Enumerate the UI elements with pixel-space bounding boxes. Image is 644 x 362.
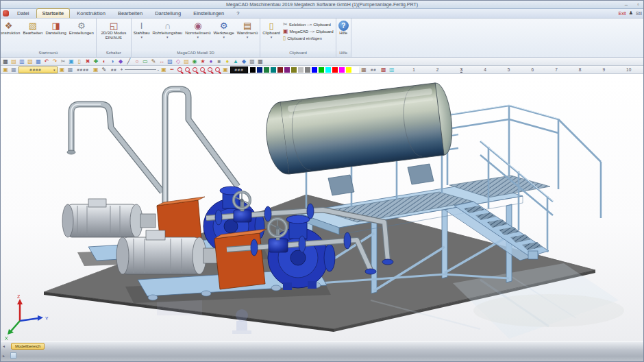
tab-startseite[interactable]: Startseite [36, 8, 71, 18]
view-number-2[interactable]: 2 [436, 67, 439, 73]
tab-datei[interactable]: Datei [12, 9, 35, 18]
cut-icon[interactable]: ✂ [60, 58, 66, 65]
megacad-clipboard-button[interactable]: ▣MegaCAD --> Clipboard [282, 28, 335, 34]
color-swatch-maroon[interactable] [277, 67, 284, 73]
dimension-icon[interactable]: ↔ [158, 58, 165, 65]
tab-konstruktion[interactable]: Konstruktion [71, 9, 111, 18]
new-file-icon[interactable]: ▦ [2, 58, 9, 65]
clipboard-einfuegen-button[interactable]: ▯Clipboard einfügen [282, 35, 335, 41]
print-icon[interactable]: ▦ [35, 58, 42, 65]
explode-icon[interactable]: ★ [199, 58, 206, 65]
layer-folder-icon[interactable]: ▣ [2, 67, 9, 73]
view-number-8[interactable]: 8 [579, 67, 582, 73]
color-swatch-cyan[interactable] [325, 67, 332, 73]
view-number-7[interactable]: 7 [555, 67, 558, 73]
normteilmenu-button[interactable]: ◉Normteilmenü▾ [184, 20, 212, 40]
color-swatch-yellow[interactable] [345, 67, 352, 73]
light-icon[interactable]: ● [224, 58, 231, 65]
tab-einstellungen[interactable]: Einstellungen [188, 9, 230, 18]
vent-piping[interactable] [67, 89, 238, 208]
layer-select[interactable]: ####▾ [18, 67, 58, 73]
render-icon[interactable]: ■ [216, 58, 223, 65]
save-as-icon[interactable]: ▧ [27, 58, 34, 65]
active-color-swatch[interactable]: ### [230, 67, 248, 73]
konstruktion-button[interactable]: ❖Konstruktion [1, 20, 21, 36]
hatch-field[interactable]: ## [369, 68, 379, 72]
clipboard-button[interactable]: ▯Clipboard▾ [261, 20, 282, 40]
camera-icon[interactable]: ▲ [232, 58, 239, 65]
view-number-3[interactable]: 3 [460, 67, 463, 73]
layer-image-icon[interactable]: ▦ [10, 67, 17, 73]
stahlbau-button[interactable]: IStahlbau▾ [132, 20, 151, 40]
view-number-10[interactable]: 10 [626, 67, 631, 73]
color-swatch-red[interactable] [332, 67, 338, 73]
group-folder-icon[interactable]: ▣ [59, 67, 66, 73]
view-number-1[interactable]: 1 [412, 67, 415, 73]
paste-icon[interactable]: ▯ [76, 58, 83, 65]
pen-icon[interactable]: ✎ [101, 67, 108, 73]
maximize-button[interactable]: ▫ [637, 1, 639, 9]
rohrleitungsbau-button[interactable]: ∩Rohrleitungsbau▾ [151, 20, 184, 40]
measure-icon[interactable]: ◇ [175, 58, 182, 65]
undo-icon[interactable]: ↶ [43, 58, 50, 65]
collapse-left-icon[interactable]: ◂ [3, 343, 5, 348]
color-swatch-green[interactable] [263, 67, 270, 73]
bearbeiten-button[interactable]: ▧Bearbeiten [21, 20, 44, 36]
delete-icon[interactable]: ✖ [84, 58, 91, 65]
view-number-5[interactable]: 5 [508, 67, 510, 73]
color-swatch-white[interactable] [352, 67, 359, 73]
wandmenu-button[interactable]: ▤Wandmenü▾ [236, 20, 259, 40]
selektion-clipboard-button[interactable]: ✂Selektion --> Clipboard [282, 21, 335, 27]
view-number-6[interactable]: 6 [531, 67, 534, 73]
color-swatch-lime[interactable] [318, 67, 325, 73]
circle-icon[interactable]: ○ [134, 58, 140, 65]
hilfe-button[interactable]: ?Hilfe [337, 20, 350, 36]
tab-bearbeiten[interactable]: Bearbeiten [112, 9, 148, 18]
werkzeuge-button[interactable]: ⚙Werkzeuge▾ [212, 20, 236, 40]
rotate-icon[interactable]: ◐ [101, 58, 108, 65]
palette-grid-icon[interactable]: ▩ [380, 67, 387, 73]
layers-icon[interactable]: ▤ [183, 58, 190, 65]
model-space-tab[interactable]: Modellbereich [11, 343, 45, 350]
move-icon[interactable]: ✚ [92, 58, 99, 65]
minus-icon[interactable]: - [158, 67, 159, 72]
zoom-in-icon[interactable] [193, 67, 197, 72]
zoom-previous-icon[interactable] [185, 67, 190, 72]
color-swatch-blue[interactable] [311, 67, 318, 73]
materials-icon[interactable]: ● [208, 58, 214, 65]
plus-icon[interactable]: + [121, 67, 123, 72]
grid-icon[interactable]: ▩ [249, 58, 256, 65]
scene-canvas[interactable]: Z Y X [1, 74, 644, 341]
text-icon[interactable]: ✎ [150, 58, 157, 65]
pen-field[interactable]: ## [109, 68, 119, 72]
tab--[interactable]: ? [231, 9, 245, 18]
stripes-icon[interactable]: ▥ [388, 67, 395, 73]
color-swatch-black[interactable] [249, 67, 256, 73]
linetype-folder-icon[interactable]: ▣ [160, 67, 167, 73]
expand-right-icon[interactable]: ▸ [3, 353, 5, 358]
zoom-window-icon[interactable] [177, 67, 182, 72]
rectangle-icon[interactable]: ▭ [142, 58, 149, 65]
stil-button[interactable]: Stil [636, 11, 642, 16]
color-swatch-silver[interactable] [297, 67, 304, 73]
2d3d-modus-button[interactable]: ◱2D/3D Modus EIN/AUS [97, 20, 130, 41]
group-image-icon[interactable]: ▦ [67, 67, 74, 73]
color-swatch-magenta[interactable] [338, 67, 345, 73]
linetype-icon[interactable]: ┅ [169, 67, 175, 73]
einstellungen-button[interactable]: ⚙Einstellungen [68, 20, 95, 36]
color-swatch-olive[interactable] [290, 67, 297, 73]
group-field[interactable]: #### [75, 68, 91, 72]
info-icon[interactable]: ▦ [257, 58, 264, 65]
color-swatch-teal[interactable] [270, 67, 277, 73]
model-viewport[interactable]: Z Y X [1, 74, 643, 341]
view3d-icon[interactable]: ◆ [240, 58, 247, 65]
redo-icon[interactable]: ↷ [51, 58, 58, 65]
slider-track[interactable] [125, 69, 156, 70]
scale-icon[interactable]: ◆ [117, 58, 124, 65]
color-swatch-navy[interactable] [256, 67, 263, 73]
view-number-9[interactable]: 9 [602, 67, 605, 73]
save-icon[interactable]: ▥ [18, 58, 25, 65]
zoom-all-icon[interactable] [215, 67, 220, 72]
mirror-icon[interactable]: ◑ [109, 58, 116, 65]
copy-icon[interactable]: ▣ [68, 58, 75, 65]
